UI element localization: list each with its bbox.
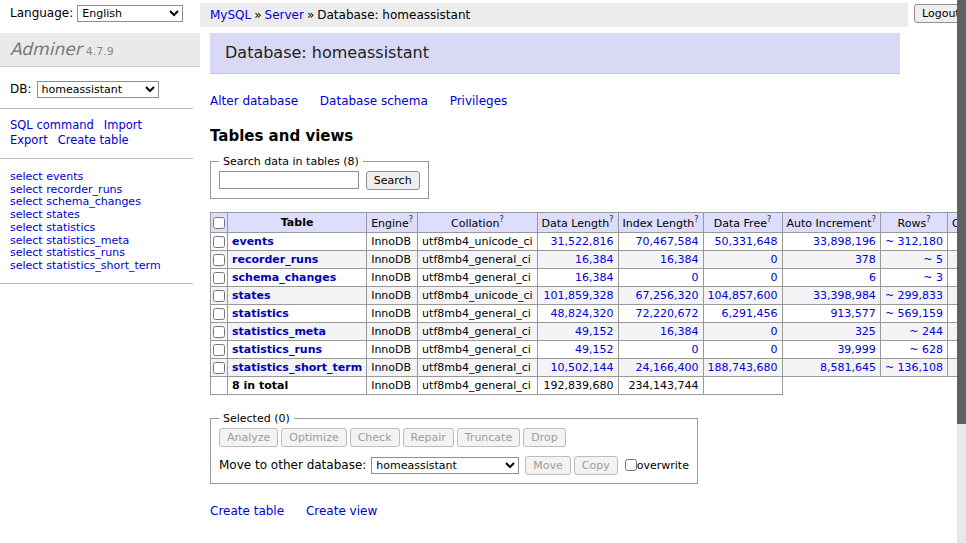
table-link[interactable]: recorder_runs bbox=[232, 253, 318, 266]
export-link[interactable]: Export bbox=[10, 133, 48, 147]
index-length-cell: 67,256,320 bbox=[618, 286, 703, 304]
value-link[interactable]: 0 bbox=[771, 253, 778, 266]
value-link[interactable]: ~ 136,108 bbox=[885, 361, 943, 374]
value-link[interactable]: ~ 299,833 bbox=[885, 289, 943, 302]
value-link[interactable]: 104,857,600 bbox=[708, 289, 778, 302]
value-link[interactable]: 0 bbox=[771, 271, 778, 284]
row-checkbox[interactable] bbox=[213, 254, 225, 266]
table-link[interactable]: statistics bbox=[232, 307, 289, 320]
row-checkbox[interactable] bbox=[213, 272, 225, 284]
breadcrumb-mysql-link[interactable]: MySQL bbox=[210, 8, 251, 22]
value-link[interactable]: 10,502,144 bbox=[551, 361, 614, 374]
value-link[interactable]: 31,522,816 bbox=[551, 235, 614, 248]
value-link[interactable]: 49,152 bbox=[575, 325, 614, 338]
database-schema-link[interactable]: Database schema bbox=[320, 94, 428, 108]
privileges-link[interactable]: Privileges bbox=[450, 94, 508, 108]
row-checkbox[interactable] bbox=[213, 344, 225, 356]
search-input[interactable] bbox=[219, 171, 359, 189]
row-checkbox[interactable] bbox=[213, 290, 225, 302]
value-link[interactable]: 49,152 bbox=[575, 343, 614, 356]
breadcrumb-server-link[interactable]: Server bbox=[265, 8, 304, 22]
value-link[interactable]: 50,331,648 bbox=[715, 235, 778, 248]
value-link[interactable]: 70,467,584 bbox=[636, 235, 699, 248]
alter-database-link[interactable]: Alter database bbox=[210, 94, 298, 108]
move-database-select[interactable]: homeassistant bbox=[371, 457, 519, 474]
create-table-link-main[interactable]: Create table bbox=[210, 504, 284, 518]
value-link[interactable]: 0 bbox=[692, 343, 699, 356]
row-checkbox[interactable] bbox=[213, 326, 225, 338]
value-link[interactable]: 33,898,196 bbox=[813, 235, 876, 248]
table-link[interactable]: statistics_runs bbox=[232, 343, 322, 356]
move-button[interactable]: Move bbox=[525, 456, 571, 475]
value-link[interactable]: 8,581,645 bbox=[820, 361, 876, 374]
sidebar-table-link[interactable]: select states bbox=[10, 209, 190, 222]
search-button[interactable]: Search bbox=[366, 171, 420, 190]
vertical-scrollbar[interactable] bbox=[957, 0, 966, 543]
overwrite-checkbox[interactable] bbox=[625, 459, 637, 471]
value-link[interactable]: 16,384 bbox=[660, 253, 699, 266]
value-link[interactable]: ~ 5 bbox=[923, 253, 943, 266]
sql-command-link[interactable]: SQL command bbox=[10, 118, 94, 132]
import-link[interactable]: Import bbox=[104, 118, 142, 132]
value-link[interactable]: ~ 569,159 bbox=[885, 307, 943, 320]
value-link[interactable]: 0 bbox=[771, 325, 778, 338]
value-link[interactable]: ~ 3 bbox=[923, 271, 943, 284]
row-checkbox[interactable] bbox=[213, 362, 225, 374]
help-icon[interactable]: ? bbox=[609, 215, 613, 224]
value-link[interactable]: 101,859,328 bbox=[544, 289, 614, 302]
value-link[interactable]: ~ 628 bbox=[909, 343, 943, 356]
sidebar-table-link[interactable]: select statistics bbox=[10, 222, 190, 235]
table-link[interactable]: schema_changes bbox=[232, 271, 336, 284]
help-icon[interactable]: ? bbox=[872, 215, 876, 224]
truncate-button[interactable]: Truncate bbox=[457, 428, 520, 447]
value-link[interactable]: 913,577 bbox=[830, 307, 876, 320]
help-icon[interactable]: ? bbox=[694, 215, 698, 224]
value-link[interactable]: 33,398,984 bbox=[813, 289, 876, 302]
value-link[interactable]: 16,384 bbox=[660, 325, 699, 338]
value-link[interactable]: 6,291,456 bbox=[722, 307, 778, 320]
index-length-cell: 16,384 bbox=[618, 250, 703, 268]
repair-button[interactable]: Repair bbox=[403, 428, 454, 447]
value-link[interactable]: 72,220,672 bbox=[636, 307, 699, 320]
rows-cell: ~ 244 bbox=[880, 322, 947, 340]
drop-button[interactable]: Drop bbox=[523, 428, 565, 447]
column-header-label: Data Length bbox=[542, 217, 610, 230]
value-link[interactable]: 0 bbox=[771, 343, 778, 356]
help-icon[interactable]: ? bbox=[767, 215, 771, 224]
select-all-checkbox[interactable] bbox=[213, 217, 225, 229]
create-table-link[interactable]: Create table bbox=[58, 133, 129, 147]
value-link[interactable]: 24,166,400 bbox=[636, 361, 699, 374]
copy-button[interactable]: Copy bbox=[574, 456, 618, 475]
value-link[interactable]: 48,824,320 bbox=[551, 307, 614, 320]
value-link[interactable]: 325 bbox=[855, 325, 876, 338]
value-link[interactable]: 378 bbox=[855, 253, 876, 266]
analyze-button[interactable]: Analyze bbox=[219, 428, 278, 447]
sidebar-table-link[interactable]: select events bbox=[10, 171, 190, 184]
language-select[interactable]: English bbox=[77, 5, 183, 22]
table-link[interactable]: events bbox=[232, 235, 274, 248]
row-checkbox[interactable] bbox=[213, 308, 225, 320]
table-link[interactable]: statistics_meta bbox=[232, 325, 326, 338]
value-link[interactable]: ~ 312,180 bbox=[885, 235, 943, 248]
value-link[interactable]: 16,384 bbox=[575, 253, 614, 266]
table-link[interactable]: states bbox=[232, 289, 271, 302]
help-icon[interactable]: ? bbox=[409, 215, 413, 224]
value-link[interactable]: 6 bbox=[869, 271, 876, 284]
adminer-logo-link[interactable]: Adminer4.7.9 bbox=[10, 39, 114, 59]
db-select[interactable]: homeassistant bbox=[37, 81, 159, 98]
row-checkbox[interactable] bbox=[213, 236, 225, 248]
value-link[interactable]: ~ 244 bbox=[909, 325, 943, 338]
check-button[interactable]: Check bbox=[350, 428, 400, 447]
table-link[interactable]: statistics_short_term bbox=[232, 361, 362, 374]
scrollbar-thumb[interactable] bbox=[957, 0, 966, 424]
optimize-button[interactable]: Optimize bbox=[281, 428, 346, 447]
value-link[interactable]: 67,256,320 bbox=[636, 289, 699, 302]
help-icon[interactable]: ? bbox=[926, 215, 930, 224]
create-view-link[interactable]: Create view bbox=[306, 504, 377, 518]
value-link[interactable]: 39,999 bbox=[837, 343, 876, 356]
help-icon[interactable]: ? bbox=[499, 215, 503, 224]
value-link[interactable]: 0 bbox=[692, 271, 699, 284]
value-link[interactable]: 188,743,680 bbox=[708, 361, 778, 374]
sidebar-table-link[interactable]: select statistics_short_term bbox=[10, 260, 190, 273]
value-link[interactable]: 16,384 bbox=[575, 271, 614, 284]
